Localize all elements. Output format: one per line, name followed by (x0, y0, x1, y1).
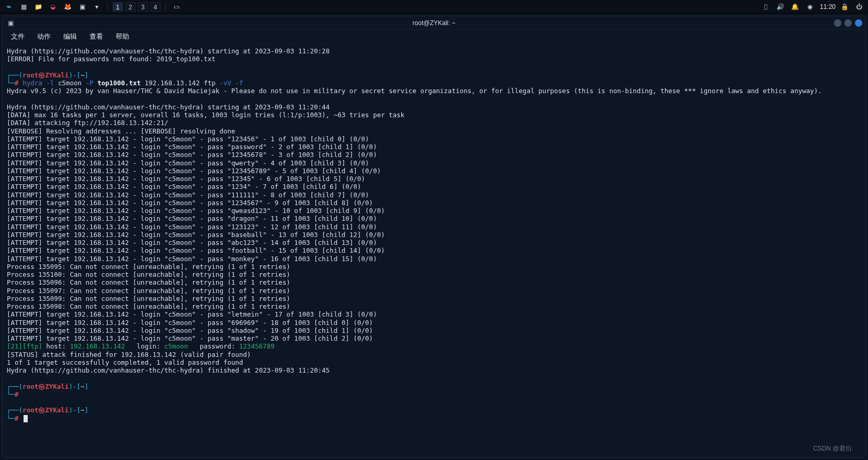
record-icon[interactable]: ◉ (804, 1, 816, 13)
window-title: root@ZYKali: ~ (3, 19, 865, 27)
workspace-3[interactable]: 3 (138, 2, 148, 12)
workspace-2[interactable]: 2 (125, 2, 136, 12)
firefox-icon[interactable]: 🦊 (62, 1, 73, 13)
menu-文件[interactable]: 文件 (6, 31, 30, 42)
terminal-window: ▣ root@ZYKali: ~ 文件动作编辑查看帮助 Hydra (https… (2, 16, 866, 458)
menu-动作[interactable]: 动作 (32, 31, 56, 42)
lock-icon[interactable]: 🔒 (839, 1, 850, 13)
maximize-button[interactable] (844, 19, 852, 27)
terminal-app-icon: ▣ (6, 18, 15, 28)
menubar: 文件动作编辑查看帮助 (3, 30, 865, 44)
minimize-button[interactable] (834, 19, 841, 27)
tool-icon[interactable]: ◒ (47, 1, 59, 13)
close-button[interactable] (855, 19, 862, 27)
window-list-icon[interactable]: ▦ (18, 1, 29, 13)
terminal-launcher-icon[interactable]: ▣ (76, 1, 88, 13)
files-icon[interactable]: 📁 (32, 1, 44, 13)
menu-编辑[interactable]: 编辑 (58, 31, 82, 42)
menu-帮助[interactable]: 帮助 (110, 31, 134, 42)
screenshot-icon[interactable]: ⌷ (760, 1, 772, 13)
workspace-4[interactable]: 4 (150, 2, 161, 12)
kali-menu-icon[interactable]: ⌁ (3, 1, 15, 13)
watermark: CSDN @君衍.⠀ (813, 444, 858, 453)
menu-查看[interactable]: 查看 (84, 31, 108, 42)
clock[interactable]: 11:20 (820, 3, 836, 10)
menu-down-icon[interactable]: ▾ (91, 1, 103, 13)
top-panel: ⌁ ▦ 📁 ◒ 🦊 ▣ ▾ 1234 ▭ ⌷ 🔊 🔔 ◉ 11:20 🔒 ⏻ (0, 0, 868, 14)
power-icon[interactable]: ⏻ (853, 1, 865, 13)
terminal-output[interactable]: Hydra (https://github.com/vanhauser-thc/… (3, 44, 865, 457)
titlebar[interactable]: ▣ root@ZYKali: ~ (3, 16, 865, 30)
add-workspace-icon[interactable]: ▭ (171, 1, 182, 13)
volume-icon[interactable]: 🔊 (775, 1, 786, 13)
notifications-icon[interactable]: 🔔 (790, 1, 801, 13)
workspace-1[interactable]: 1 (112, 2, 123, 12)
